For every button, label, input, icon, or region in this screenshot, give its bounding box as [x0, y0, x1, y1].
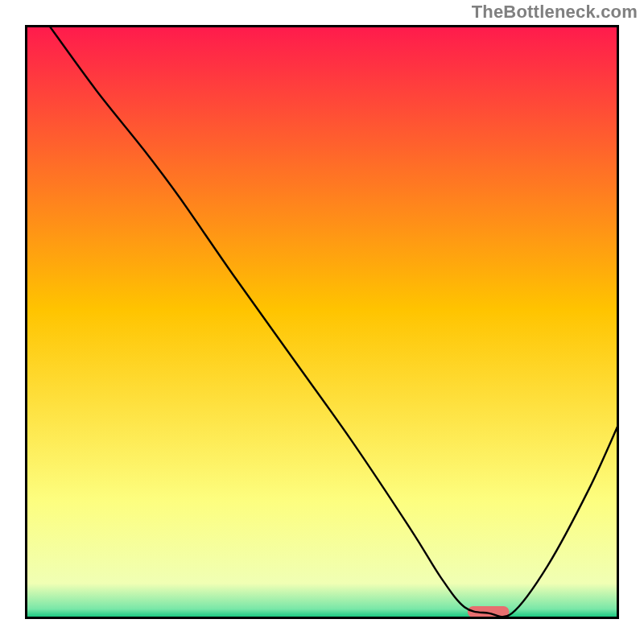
- chart-frame: [25, 25, 619, 619]
- bottleneck-chart: [25, 25, 619, 619]
- watermark-text: TheBottleneck.com: [472, 2, 638, 23]
